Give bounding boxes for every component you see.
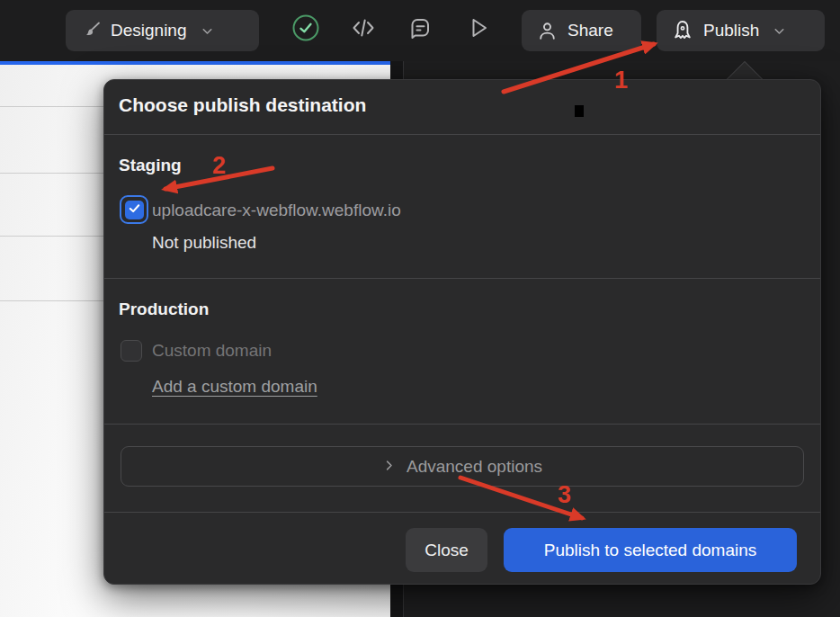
share-button[interactable]: Share (522, 10, 641, 51)
staging-status: Not published (152, 233, 256, 253)
divider (104, 134, 820, 135)
check-circle-icon (291, 13, 320, 46)
publish-to-selected-domains-button[interactable]: Publish to selected domains (504, 528, 797, 572)
designing-mode-button[interactable]: Designing (66, 10, 259, 51)
add-custom-domain-link[interactable]: Add a custom domain (152, 377, 317, 397)
staging-heading: Staging (119, 156, 182, 175)
top-toolbar: Designing (0, 0, 840, 61)
paintbrush-icon (80, 20, 102, 41)
divider (104, 512, 820, 513)
preview-button[interactable] (465, 16, 492, 43)
divider (104, 278, 820, 279)
custom-domain-label: Custom domain (152, 341, 272, 361)
canvas-selection-guide (0, 61, 390, 65)
share-label: Share (567, 21, 613, 40)
staging-domain-label[interactable]: uploadcare-x-webflow.webflow.io (152, 201, 401, 220)
comments-button[interactable] (407, 16, 433, 43)
text-cursor-artifact (575, 105, 584, 117)
publish-button[interactable]: Publish (657, 10, 825, 51)
dialog-title: Choose publish destination (119, 94, 366, 116)
advanced-options-button[interactable]: Advanced options (121, 446, 804, 487)
staging-domain-checkbox[interactable] (120, 195, 148, 224)
custom-domain-checkbox[interactable] (121, 340, 142, 362)
chevron-right-icon (382, 457, 396, 477)
production-heading: Production (119, 300, 209, 319)
code-icon (350, 14, 377, 45)
publish-destination-dialog: Choose publish destination Staging uploa… (103, 79, 821, 585)
comment-icon (407, 14, 433, 45)
rocket-icon (671, 19, 694, 42)
divider (104, 424, 820, 425)
advanced-options-label: Advanced options (407, 457, 542, 477)
designing-mode-label: Designing (111, 21, 187, 40)
checkmark-icon (128, 201, 141, 219)
close-button[interactable]: Close (406, 528, 487, 572)
custom-code-button[interactable] (350, 16, 377, 43)
chevron-down-icon (200, 23, 215, 39)
play-icon (465, 14, 492, 45)
publish-label: Publish (703, 21, 759, 40)
person-icon (536, 20, 559, 42)
audit-status-button[interactable] (292, 16, 319, 43)
webflow-designer-window: Designing (0, 0, 840, 617)
chevron-down-icon (772, 23, 787, 39)
